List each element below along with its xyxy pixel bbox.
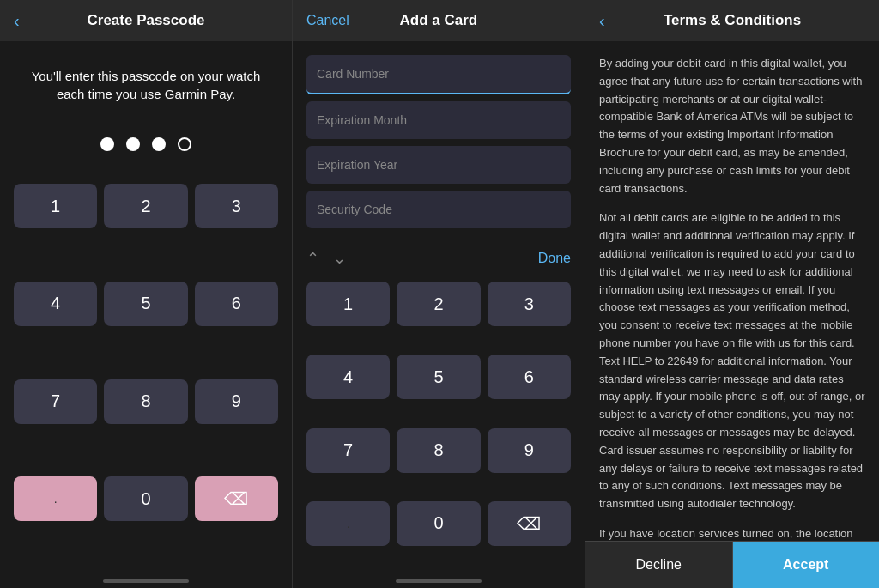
form-nav-arrows: ⌃ ⌄ <box>306 249 346 268</box>
terms-title: Terms & Conditions <box>664 12 801 29</box>
ac-key-3[interactable]: 3 <box>488 282 571 326</box>
passcode-panel: ‹ Create Passcode You'll enter this pass… <box>0 0 293 588</box>
key-3[interactable]: 3 <box>195 184 278 228</box>
terms-paragraph-2: Not all debit cards are eligible to be a… <box>599 209 865 513</box>
expiration-month-field[interactable]: Expiration Month <box>306 101 571 139</box>
key-9[interactable]: 9 <box>195 379 278 424</box>
key-0[interactable]: 0 <box>104 476 187 521</box>
ac-key-9[interactable]: 9 <box>488 428 571 473</box>
key-1[interactable]: 1 <box>14 184 97 228</box>
ac-key-dot[interactable]: . <box>306 501 390 546</box>
key-dot[interactable]: . <box>14 476 97 521</box>
ac-key-7[interactable]: 7 <box>306 428 390 473</box>
terms-panel: ‹ Terms & Conditions By adding your debi… <box>585 0 879 588</box>
ac-key-8[interactable]: 8 <box>397 428 480 473</box>
expiration-year-label: Expiration Year <box>317 158 561 172</box>
terms-back-button[interactable]: ‹ <box>599 11 605 31</box>
passcode-description: You'll enter this passcode on your watch… <box>0 41 292 120</box>
expiration-year-field[interactable]: Expiration Year <box>306 146 571 184</box>
addcard-topbar: Cancel Add a Card <box>293 0 585 41</box>
ac-key-delete[interactable]: ⌫ <box>488 501 571 546</box>
ac-key-5[interactable]: 5 <box>397 355 480 399</box>
passcode-back-button[interactable]: ‹ <box>14 11 20 31</box>
card-number-field[interactable]: Card Number <box>306 55 571 94</box>
passcode-dots <box>0 120 292 177</box>
home-indicator-2 <box>396 579 482 583</box>
ac-key-2[interactable]: 2 <box>397 282 480 326</box>
terms-content[interactable]: By adding your debit card in this digita… <box>585 41 879 541</box>
addcard-keypad: 1 2 3 4 5 6 7 8 9 . 0 ⌫ <box>293 275 585 574</box>
key-8[interactable]: 8 <box>104 379 187 424</box>
addcard-panel: Cancel Add a Card Card Number Expiration… <box>293 0 585 588</box>
key-delete[interactable]: ⌫ <box>195 476 278 521</box>
dot-1 <box>100 137 114 151</box>
ac-key-4[interactable]: 4 <box>306 355 390 399</box>
expiration-month-label: Expiration Month <box>317 113 561 127</box>
security-code-label: Security Code <box>317 203 561 216</box>
key-6[interactable]: 6 <box>195 282 278 326</box>
dot-4 <box>178 137 191 151</box>
terms-paragraph-3: If you have location services turned on,… <box>599 525 865 541</box>
terms-topbar: ‹ Terms & Conditions <box>585 0 879 41</box>
addcard-title: Add a Card <box>400 12 478 29</box>
passcode-topbar: ‹ Create Passcode <box>0 0 292 41</box>
ac-key-1[interactable]: 1 <box>306 282 390 326</box>
dot-2 <box>126 137 140 151</box>
addcard-cancel-button[interactable]: Cancel <box>306 13 349 28</box>
decline-button[interactable]: Decline <box>585 542 733 588</box>
passcode-keypad: 1 2 3 4 5 6 7 8 9 . 0 ⌫ <box>0 177 292 574</box>
addcard-done-button[interactable]: Done <box>538 251 571 266</box>
terms-paragraph-1: By adding your debit card in this digita… <box>599 55 865 197</box>
accept-button[interactable]: Accept <box>733 542 880 588</box>
security-code-field[interactable]: Security Code <box>306 191 571 228</box>
form-nav-down[interactable]: ⌄ <box>333 249 346 268</box>
terms-footer: Decline Accept <box>585 541 879 588</box>
dot-3 <box>152 137 166 151</box>
form-nav-row: ⌃ ⌄ Done <box>293 242 585 275</box>
ac-key-6[interactable]: 6 <box>488 355 571 399</box>
card-number-label: Card Number <box>317 67 561 81</box>
home-indicator-1 <box>103 579 189 583</box>
key-5[interactable]: 5 <box>104 282 187 326</box>
form-nav-up[interactable]: ⌃ <box>306 249 319 268</box>
passcode-title: Create Passcode <box>87 12 204 29</box>
ac-key-0[interactable]: 0 <box>397 501 480 546</box>
key-2[interactable]: 2 <box>104 184 187 228</box>
key-7[interactable]: 7 <box>14 379 97 424</box>
card-form: Card Number Expiration Month Expiration … <box>293 41 585 242</box>
key-4[interactable]: 4 <box>14 282 97 326</box>
